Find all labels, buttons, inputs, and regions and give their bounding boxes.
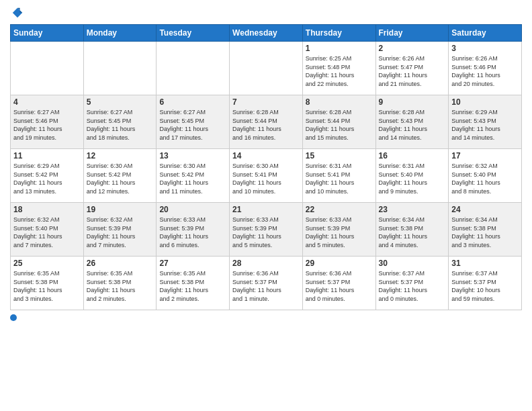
day-info: Sunrise: 6:32 AMSunset: 5:40 PMDaylight:… bbox=[13, 216, 81, 249]
day-info: Sunrise: 6:35 AMSunset: 5:38 PMDaylight:… bbox=[159, 269, 226, 303]
day-info: Sunrise: 6:33 AMSunset: 5:39 PMDaylight:… bbox=[232, 216, 300, 249]
day-info: Sunrise: 6:27 AMSunset: 5:45 PMDaylight:… bbox=[87, 108, 154, 142]
day-number: 15 bbox=[306, 151, 373, 161]
calendar-cell: 9Sunrise: 6:28 AMSunset: 5:43 PMDaylight… bbox=[375, 95, 449, 149]
day-info: Sunrise: 6:37 AMSunset: 5:37 PMDaylight:… bbox=[379, 269, 446, 303]
day-info: Sunrise: 6:30 AMSunset: 5:42 PMDaylight:… bbox=[159, 162, 226, 195]
calendar-cell: 1Sunrise: 6:25 AMSunset: 5:48 PMDaylight… bbox=[302, 42, 375, 95]
day-number: 27 bbox=[159, 259, 226, 268]
day-info: Sunrise: 6:31 AMSunset: 5:41 PMDaylight:… bbox=[306, 162, 373, 195]
day-number: 19 bbox=[87, 205, 154, 214]
day-number: 29 bbox=[306, 259, 373, 268]
day-info: Sunrise: 6:28 AMSunset: 5:44 PMDaylight:… bbox=[232, 108, 300, 142]
calendar-cell: 2Sunrise: 6:26 AMSunset: 5:47 PMDaylight… bbox=[375, 42, 449, 95]
calendar-header-row: SundayMondayTuesdayWednesdayThursdayFrid… bbox=[11, 25, 522, 42]
logo bbox=[10, 7, 24, 19]
day-info: Sunrise: 6:30 AMSunset: 5:42 PMDaylight:… bbox=[87, 162, 154, 195]
day-number: 24 bbox=[451, 205, 519, 214]
calendar-cell: 20Sunrise: 6:33 AMSunset: 5:39 PMDayligh… bbox=[157, 203, 230, 257]
calendar-cell: 3Sunrise: 6:26 AMSunset: 5:46 PMDaylight… bbox=[449, 42, 522, 95]
calendar-cell: 12Sunrise: 6:30 AMSunset: 5:42 PMDayligh… bbox=[83, 149, 157, 203]
day-number: 11 bbox=[13, 151, 81, 161]
day-info: Sunrise: 6:37 AMSunset: 5:37 PMDaylight:… bbox=[451, 269, 519, 303]
day-number: 1 bbox=[306, 44, 373, 53]
day-info: Sunrise: 6:28 AMSunset: 5:43 PMDaylight:… bbox=[379, 108, 446, 142]
day-info: Sunrise: 6:34 AMSunset: 5:38 PMDaylight:… bbox=[379, 216, 446, 249]
day-info: Sunrise: 6:36 AMSunset: 5:37 PMDaylight:… bbox=[232, 269, 300, 303]
calendar-cell: 26Sunrise: 6:35 AMSunset: 5:38 PMDayligh… bbox=[83, 257, 157, 310]
day-info: Sunrise: 6:33 AMSunset: 5:39 PMDaylight:… bbox=[306, 216, 373, 249]
day-info: Sunrise: 6:25 AMSunset: 5:48 PMDaylight:… bbox=[306, 54, 373, 88]
calendar-cell: 6Sunrise: 6:27 AMSunset: 5:45 PMDaylight… bbox=[157, 95, 230, 149]
calendar-cell: 22Sunrise: 6:33 AMSunset: 5:39 PMDayligh… bbox=[302, 203, 375, 257]
calendar-cell: 23Sunrise: 6:34 AMSunset: 5:38 PMDayligh… bbox=[375, 203, 449, 257]
calendar-cell: 11Sunrise: 6:29 AMSunset: 5:42 PMDayligh… bbox=[11, 149, 84, 203]
calendar-cell bbox=[11, 42, 84, 95]
day-info: Sunrise: 6:27 AMSunset: 5:46 PMDaylight:… bbox=[13, 108, 81, 142]
logo-icon bbox=[11, 7, 24, 19]
day-number: 10 bbox=[451, 97, 519, 107]
day-number: 3 bbox=[451, 44, 519, 53]
calendar-cell: 27Sunrise: 6:35 AMSunset: 5:38 PMDayligh… bbox=[157, 257, 230, 310]
footer bbox=[10, 314, 522, 321]
col-header-tuesday: Tuesday bbox=[157, 25, 230, 42]
day-info: Sunrise: 6:33 AMSunset: 5:39 PMDaylight:… bbox=[159, 216, 226, 249]
col-header-sunday: Sunday bbox=[11, 25, 84, 42]
day-number: 21 bbox=[232, 205, 300, 214]
calendar-cell bbox=[230, 42, 303, 95]
day-number: 13 bbox=[159, 151, 226, 161]
day-info: Sunrise: 6:28 AMSunset: 5:44 PMDaylight:… bbox=[306, 108, 373, 142]
calendar-cell: 21Sunrise: 6:33 AMSunset: 5:39 PMDayligh… bbox=[230, 203, 303, 257]
calendar-week-row: 1Sunrise: 6:25 AMSunset: 5:48 PMDaylight… bbox=[11, 42, 522, 95]
day-number: 8 bbox=[306, 97, 373, 107]
day-number: 23 bbox=[379, 205, 446, 214]
calendar-cell: 14Sunrise: 6:30 AMSunset: 5:41 PMDayligh… bbox=[230, 149, 303, 203]
calendar-week-row: 25Sunrise: 6:35 AMSunset: 5:38 PMDayligh… bbox=[11, 257, 522, 310]
day-number: 7 bbox=[232, 97, 300, 107]
day-info: Sunrise: 6:32 AMSunset: 5:39 PMDaylight:… bbox=[87, 216, 154, 249]
day-number: 25 bbox=[13, 259, 81, 268]
day-info: Sunrise: 6:34 AMSunset: 5:38 PMDaylight:… bbox=[451, 216, 519, 249]
calendar-cell: 4Sunrise: 6:27 AMSunset: 5:46 PMDaylight… bbox=[11, 95, 84, 149]
day-number: 2 bbox=[379, 44, 446, 53]
calendar-cell: 15Sunrise: 6:31 AMSunset: 5:41 PMDayligh… bbox=[302, 149, 375, 203]
calendar-week-row: 11Sunrise: 6:29 AMSunset: 5:42 PMDayligh… bbox=[11, 149, 522, 203]
col-header-monday: Monday bbox=[83, 25, 157, 42]
day-info: Sunrise: 6:29 AMSunset: 5:42 PMDaylight:… bbox=[13, 162, 81, 195]
calendar-week-row: 4Sunrise: 6:27 AMSunset: 5:46 PMDaylight… bbox=[11, 95, 522, 149]
calendar-cell: 25Sunrise: 6:35 AMSunset: 5:38 PMDayligh… bbox=[11, 257, 84, 310]
calendar-cell: 5Sunrise: 6:27 AMSunset: 5:45 PMDaylight… bbox=[83, 95, 157, 149]
calendar-cell bbox=[157, 42, 230, 95]
day-number: 12 bbox=[87, 151, 154, 161]
col-header-wednesday: Wednesday bbox=[230, 25, 303, 42]
calendar-week-row: 18Sunrise: 6:32 AMSunset: 5:40 PMDayligh… bbox=[11, 203, 522, 257]
day-number: 14 bbox=[232, 151, 300, 161]
calendar-cell: 8Sunrise: 6:28 AMSunset: 5:44 PMDaylight… bbox=[302, 95, 375, 149]
calendar-cell: 18Sunrise: 6:32 AMSunset: 5:40 PMDayligh… bbox=[11, 203, 84, 257]
day-info: Sunrise: 6:27 AMSunset: 5:45 PMDaylight:… bbox=[159, 108, 226, 142]
day-number: 28 bbox=[232, 259, 300, 268]
day-info: Sunrise: 6:36 AMSunset: 5:37 PMDaylight:… bbox=[306, 269, 373, 303]
day-number: 20 bbox=[159, 205, 226, 214]
col-header-saturday: Saturday bbox=[449, 25, 522, 42]
day-number: 30 bbox=[379, 259, 446, 268]
calendar-cell: 19Sunrise: 6:32 AMSunset: 5:39 PMDayligh… bbox=[83, 203, 157, 257]
day-info: Sunrise: 6:29 AMSunset: 5:43 PMDaylight:… bbox=[451, 108, 519, 142]
day-info: Sunrise: 6:30 AMSunset: 5:41 PMDaylight:… bbox=[232, 162, 300, 195]
calendar-cell: 7Sunrise: 6:28 AMSunset: 5:44 PMDaylight… bbox=[230, 95, 303, 149]
calendar-cell: 30Sunrise: 6:37 AMSunset: 5:37 PMDayligh… bbox=[375, 257, 449, 310]
calendar-cell: 28Sunrise: 6:36 AMSunset: 5:37 PMDayligh… bbox=[230, 257, 303, 310]
day-info: Sunrise: 6:35 AMSunset: 5:38 PMDaylight:… bbox=[87, 269, 154, 303]
calendar-cell: 17Sunrise: 6:32 AMSunset: 5:40 PMDayligh… bbox=[449, 149, 522, 203]
day-info: Sunrise: 6:26 AMSunset: 5:46 PMDaylight:… bbox=[451, 54, 519, 88]
day-number: 22 bbox=[306, 205, 373, 214]
calendar-cell: 10Sunrise: 6:29 AMSunset: 5:43 PMDayligh… bbox=[449, 95, 522, 149]
calendar-cell bbox=[83, 42, 157, 95]
day-number: 6 bbox=[159, 97, 226, 107]
day-info: Sunrise: 6:35 AMSunset: 5:38 PMDaylight:… bbox=[13, 269, 81, 303]
day-number: 16 bbox=[379, 151, 446, 161]
calendar-cell: 29Sunrise: 6:36 AMSunset: 5:37 PMDayligh… bbox=[302, 257, 375, 310]
day-number: 31 bbox=[451, 259, 519, 268]
calendar-cell: 13Sunrise: 6:30 AMSunset: 5:42 PMDayligh… bbox=[157, 149, 230, 203]
calendar-cell: 24Sunrise: 6:34 AMSunset: 5:38 PMDayligh… bbox=[449, 203, 522, 257]
